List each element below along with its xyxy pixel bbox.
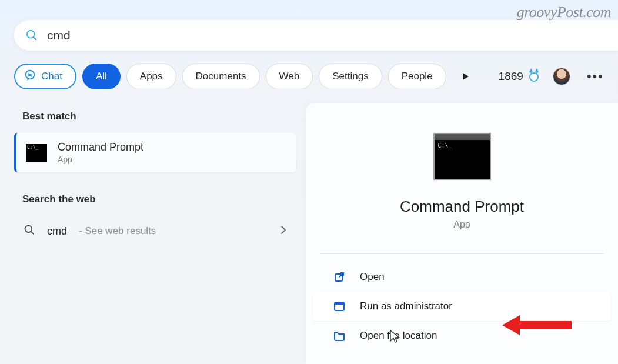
external-link-icon (333, 271, 346, 283)
preview-pane: C:\_ Command Prompt App Open Run as admi… (306, 103, 618, 364)
filter-web[interactable]: Web (266, 64, 313, 89)
action-open-label: Open (360, 271, 385, 283)
web-result-cmd[interactable]: cmd - See web results (14, 216, 296, 246)
header-right-tools: 1869 ••• (499, 68, 618, 85)
svg-rect-8 (335, 302, 344, 305)
search-input[interactable] (47, 28, 618, 42)
rewards-medal-icon (528, 68, 540, 85)
command-prompt-icon-large: C:\_ (433, 133, 491, 180)
folder-icon (333, 329, 346, 342)
user-avatar[interactable] (553, 68, 570, 85)
command-prompt-icon (26, 144, 47, 162)
points-value: 1869 (499, 70, 523, 83)
chat-button[interactable]: Chat (14, 64, 76, 89)
result-subtitle: App (58, 155, 143, 164)
more-filters-button[interactable] (458, 69, 473, 84)
more-options-button[interactable]: ••• (583, 69, 607, 84)
action-open-file-location[interactable]: Open file location (313, 321, 611, 350)
chevron-right-icon (280, 225, 287, 238)
chat-label: Chat (41, 71, 62, 82)
rewards-points[interactable]: 1869 (499, 68, 540, 85)
filter-apps[interactable]: Apps (126, 64, 176, 89)
preview-title: Command Prompt (306, 198, 618, 216)
svg-line-1 (34, 37, 36, 39)
svg-point-3 (530, 73, 538, 81)
action-run-admin-label: Run as administrator (360, 300, 452, 312)
web-result-term: cmd (47, 225, 67, 238)
filter-documents[interactable]: Documents (182, 64, 260, 89)
filter-all[interactable]: All (82, 64, 121, 89)
action-open-location-label: Open file location (360, 330, 437, 342)
watermark-text: groovyPost.com (517, 4, 611, 21)
filter-settings[interactable]: Settings (319, 64, 382, 89)
bing-chat-icon (24, 69, 36, 85)
filter-row: Chat All Apps Documents Web Settings Peo… (14, 64, 618, 89)
result-title: Command Prompt (58, 141, 143, 153)
search-bar[interactable] (14, 20, 618, 51)
result-command-prompt[interactable]: Command Prompt App (14, 133, 296, 172)
best-match-label: Best match (22, 111, 296, 122)
search-web-label: Search the web (22, 193, 296, 205)
search-icon (25, 28, 39, 42)
search-icon (24, 224, 35, 238)
preview-subtitle: App (306, 219, 618, 230)
preview-icon-wrap: C:\_ (306, 133, 618, 180)
filter-people[interactable]: People (388, 64, 446, 89)
action-open[interactable]: Open (313, 262, 611, 292)
divider (320, 253, 604, 254)
shield-window-icon (333, 300, 346, 313)
svg-line-5 (31, 232, 34, 234)
web-result-hint: - See web results (79, 225, 156, 237)
action-run-as-administrator[interactable]: Run as administrator (313, 292, 611, 321)
results-pane: Best match Command Prompt App Search the… (14, 111, 296, 246)
